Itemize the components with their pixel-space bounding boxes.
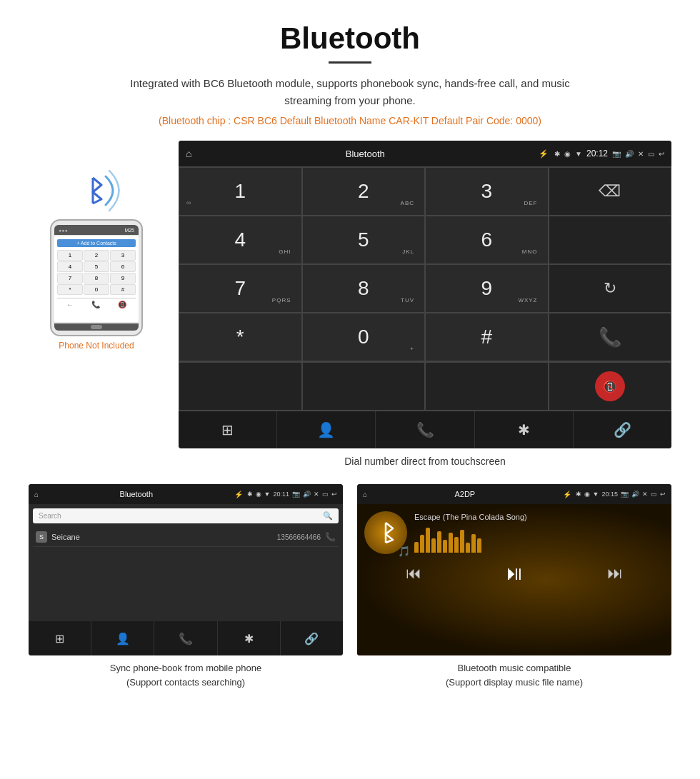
nav-phone-icon[interactable]: 📞 (376, 411, 474, 448)
dialer-key-5[interactable]: 5 JKL (302, 216, 426, 264)
bluetooth-signal-illustration (64, 162, 129, 219)
phone-key-4[interactable]: 4 (57, 261, 83, 272)
pb-nav-bluetooth[interactable]: ✱ (218, 621, 281, 655)
phone-key-9[interactable]: 9 (110, 273, 136, 283)
dialer-topbar-title: Bluetooth (197, 149, 533, 159)
dialer-key-star[interactable]: * (179, 313, 302, 361)
nav-grid-icon[interactable]: ⊞ (179, 411, 277, 448)
phone-key-2[interactable]: 2 (84, 250, 109, 261)
pb-nav-grid[interactable]: ⊞ (29, 621, 91, 655)
pb-back-icon[interactable]: ↩ (331, 491, 337, 498)
back-icon[interactable]: ↩ (659, 150, 664, 158)
refresh-icon[interactable]: ↻ (604, 279, 616, 298)
phone-footer (54, 323, 139, 331)
backspace-icon[interactable]: ⌫ (599, 182, 621, 201)
home-icon[interactable]: ⌂ (186, 148, 191, 159)
music-volume-icon[interactable]: 🔊 (631, 491, 639, 498)
dialer-key-4[interactable]: 4 GHI (179, 216, 302, 264)
music-status-icons: ✱ ◉ ▼ 20:15 📷 🔊 ✕ ▭ ↩ (576, 491, 666, 498)
pb-volume-icon[interactable]: 🔊 (303, 491, 311, 498)
dialer-key-6[interactable]: 6 MNO (425, 216, 549, 264)
dialer-topbar: ⌂ Bluetooth ⚡ ✱ ◉ ▼ 20:12 📷 🔊 ✕ ▭ ↩ (179, 141, 671, 166)
music-topbar: ⌂ A2DP ⚡ ✱ ◉ ▼ 20:15 📷 🔊 ✕ ▭ ↩ (357, 484, 671, 504)
phone-call-icon[interactable]: 📞 (91, 301, 100, 308)
music-window-icon[interactable]: ▭ (651, 491, 657, 498)
pb-camera-icon[interactable]: 📷 (292, 491, 300, 498)
phone-home-btn[interactable] (91, 325, 102, 329)
dialer-key-2[interactable]: 2 ABC (302, 167, 426, 216)
phone-back-icon: ← (66, 301, 74, 308)
contact-name: Seicane (51, 533, 277, 541)
music-camera-icon[interactable]: 📷 (621, 491, 629, 498)
music-controls: ⏮ ⏯ ⏭ (364, 554, 664, 585)
phonebook-search-bar[interactable]: Search 🔍 (33, 508, 339, 523)
pb-nav-phone[interactable]: 📞 (154, 621, 217, 655)
window-icon[interactable]: ▭ (648, 150, 654, 158)
music-bt-icon: ✱ (576, 491, 581, 498)
volume-icon[interactable]: 🔊 (625, 150, 634, 158)
contact-call-icon[interactable]: 📞 (325, 532, 336, 542)
phonebook-nav: ⊞ 👤 📞 ✱ 🔗 (29, 621, 343, 655)
music-close-icon[interactable]: ✕ (642, 491, 648, 498)
add-contact-btn[interactable]: + Add to Contacts (57, 239, 136, 247)
dialer-key-0[interactable]: 0 + (302, 313, 426, 361)
topbar-time: 20:12 (586, 149, 608, 159)
dialer-key-7[interactable]: 7 PQRS (179, 264, 302, 313)
phone-key-8[interactable]: 8 (84, 273, 109, 283)
phonebook-content: Search 🔍 S Seicane 13566664466 📞 (29, 504, 343, 551)
eq-bar-8 (454, 537, 459, 553)
pb-window-icon[interactable]: ▭ (322, 491, 329, 498)
bt-signal-icon (64, 162, 129, 219)
eq-bar-11 (471, 534, 476, 553)
phone-key-1[interactable]: 1 (57, 250, 83, 261)
close-icon[interactable]: ✕ (638, 150, 644, 158)
phone-key-star[interactable]: * (57, 284, 83, 295)
music-location-icon: ◉ (584, 491, 590, 498)
pb-time: 20:11 (273, 491, 289, 498)
dialer-call-cell: 📞 (549, 313, 672, 361)
pb-home-icon[interactable]: ⌂ (34, 491, 39, 498)
phone-key-3[interactable]: 3 (110, 250, 136, 261)
dialer-key-1[interactable]: 1 ∞ (179, 167, 302, 216)
music-home-icon[interactable]: ⌂ (363, 491, 367, 498)
search-icon[interactable]: 🔍 (323, 511, 333, 521)
dialer-key-8[interactable]: 8 TUV (302, 264, 426, 313)
dialer-key-9[interactable]: 9 WXYZ (425, 264, 549, 313)
phonebook-topbar: ⌂ Bluetooth ⚡ ✱ ◉ ▼ 20:11 📷 🔊 ✕ ▭ ↩ (29, 484, 343, 504)
phone-key-hash[interactable]: # (110, 284, 136, 295)
call-green-icon[interactable]: 📞 (599, 326, 621, 348)
pb-nav-link[interactable]: 🔗 (281, 621, 343, 655)
subtitle-text: Integrated with BC6 Bluetooth module, su… (129, 75, 571, 109)
dialer-key-3[interactable]: 3 DEF (425, 167, 549, 216)
phone-key-7[interactable]: 7 (57, 273, 83, 283)
dial-caption: Dial number direct from touchscreen (179, 448, 671, 470)
dialer-grid: 1 ∞ 2 ABC 3 DEF ⌫ 4 GHI (179, 166, 671, 361)
nav-bluetooth-icon[interactable]: ✱ (475, 411, 574, 448)
search-placeholder: Search (39, 512, 61, 520)
pb-close-icon[interactable]: ✕ (314, 491, 319, 498)
prev-track-button[interactable]: ⏮ (406, 564, 421, 583)
phone-end-icon[interactable]: 📵 (118, 301, 126, 308)
end-call-button[interactable]: 📵 (595, 371, 625, 401)
phone-key-6[interactable]: 6 (110, 261, 136, 272)
phone-key-5[interactable]: 5 (84, 261, 109, 272)
phonebook-item: ⌂ Bluetooth ⚡ ✱ ◉ ▼ 20:11 📷 🔊 ✕ ▭ ↩ (29, 484, 343, 692)
play-pause-button[interactable]: ⏯ (504, 561, 524, 585)
contact-row[interactable]: S Seicane 13566664466 📞 (33, 528, 339, 547)
nav-link-icon[interactable]: 🔗 (574, 411, 671, 448)
main-content: ●●● M25 + Add to Contacts 1 2 3 4 5 6 7 … (0, 134, 700, 477)
nav-contacts-icon[interactable]: 👤 (277, 411, 376, 448)
phone-area: ●●● M25 + Add to Contacts 1 2 3 4 5 6 7 … (29, 141, 164, 351)
pb-nav-contacts[interactable]: 👤 (91, 621, 154, 655)
phone-screen: + Add to Contacts 1 2 3 4 5 6 7 8 9 * 0 … (54, 236, 139, 322)
dialer-key-hash[interactable]: # (425, 313, 549, 361)
page-title: Bluetooth (14, 21, 686, 56)
music-top: 🎵 Escape (The Pina Colada Song) (364, 511, 664, 554)
camera-icon[interactable]: 📷 (612, 150, 621, 158)
eq-bar-10 (466, 543, 470, 553)
next-track-button[interactable]: ⏭ (607, 564, 623, 583)
eq-bar-6 (443, 540, 447, 553)
music-back-icon[interactable]: ↩ (660, 491, 666, 498)
music-title: A2DP (371, 490, 559, 498)
phone-key-0[interactable]: 0 (84, 284, 109, 295)
